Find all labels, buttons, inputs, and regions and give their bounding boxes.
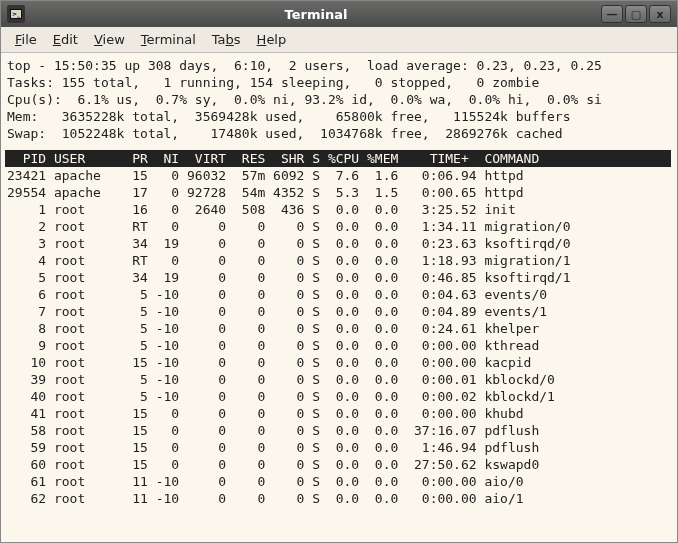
svg-text:>_: >_ [12,10,20,18]
process-row: 5 root 34 19 0 0 0 S 0.0 0.0 0:46.85 kso… [7,269,671,286]
process-row: 8 root 5 -10 0 0 0 S 0.0 0.0 0:24.61 khe… [7,320,671,337]
summary-line-top: top - 15:50:35 up 308 days, 6:10, 2 user… [7,57,671,74]
process-row: 7 root 5 -10 0 0 0 S 0.0 0.0 0:04.89 eve… [7,303,671,320]
process-row: 61 root 11 -10 0 0 0 S 0.0 0.0 0:00.00 a… [7,473,671,490]
terminal-output[interactable]: top - 15:50:35 up 308 days, 6:10, 2 user… [1,53,677,542]
process-row: 40 root 5 -10 0 0 0 S 0.0 0.0 0:00.02 kb… [7,388,671,405]
process-row: 2 root RT 0 0 0 0 S 0.0 0.0 1:34.11 migr… [7,218,671,235]
process-row: 10 root 15 -10 0 0 0 S 0.0 0.0 0:00.00 k… [7,354,671,371]
menu-view[interactable]: View [88,30,131,49]
summary-line-swap: Swap: 1052248k total, 17480k used, 10347… [7,125,671,142]
window-controls: — ▢ x [601,5,671,23]
process-header: PID USER PR NI VIRT RES SHR S %CPU %MEM … [5,150,671,167]
window-title: Terminal [31,7,601,22]
process-row: 23421 apache 15 0 96032 57m 6092 S 7.6 1… [7,167,671,184]
maximize-button[interactable]: ▢ [625,5,647,23]
terminal-icon: >_ [7,5,25,23]
menu-help[interactable]: Help [251,30,293,49]
process-row: 9 root 5 -10 0 0 0 S 0.0 0.0 0:00.00 kth… [7,337,671,354]
process-row: 60 root 15 0 0 0 0 S 0.0 0.0 27:50.62 ks… [7,456,671,473]
titlebar: >_ Terminal — ▢ x [1,1,677,27]
summary-line-mem: Mem: 3635228k total, 3569428k used, 6580… [7,108,671,125]
menu-tabs[interactable]: Tabs [206,30,247,49]
minimize-button[interactable]: — [601,5,623,23]
summary-line-cpu: Cpu(s): 6.1% us, 0.7% sy, 0.0% ni, 93.2%… [7,91,671,108]
menu-terminal[interactable]: Terminal [135,30,202,49]
close-button[interactable]: x [649,5,671,23]
process-row: 59 root 15 0 0 0 0 S 0.0 0.0 1:46.94 pdf… [7,439,671,456]
process-row: 29554 apache 17 0 92728 54m 4352 S 5.3 1… [7,184,671,201]
process-list: 23421 apache 15 0 96032 57m 6092 S 7.6 1… [7,167,671,507]
process-row: 58 root 15 0 0 0 0 S 0.0 0.0 37:16.07 pd… [7,422,671,439]
menubar: File Edit View Terminal Tabs Help [1,27,677,53]
process-row: 41 root 15 0 0 0 0 S 0.0 0.0 0:00.00 khu… [7,405,671,422]
process-row: 6 root 5 -10 0 0 0 S 0.0 0.0 0:04.63 eve… [7,286,671,303]
process-row: 1 root 16 0 2640 508 436 S 0.0 0.0 3:25.… [7,201,671,218]
summary-line-tasks: Tasks: 155 total, 1 running, 154 sleepin… [7,74,671,91]
process-row: 4 root RT 0 0 0 0 S 0.0 0.0 1:18.93 migr… [7,252,671,269]
menu-file[interactable]: File [9,30,43,49]
process-row: 39 root 5 -10 0 0 0 S 0.0 0.0 0:00.01 kb… [7,371,671,388]
process-row: 3 root 34 19 0 0 0 S 0.0 0.0 0:23.63 kso… [7,235,671,252]
menu-edit[interactable]: Edit [47,30,84,49]
process-row: 62 root 11 -10 0 0 0 S 0.0 0.0 0:00.00 a… [7,490,671,507]
